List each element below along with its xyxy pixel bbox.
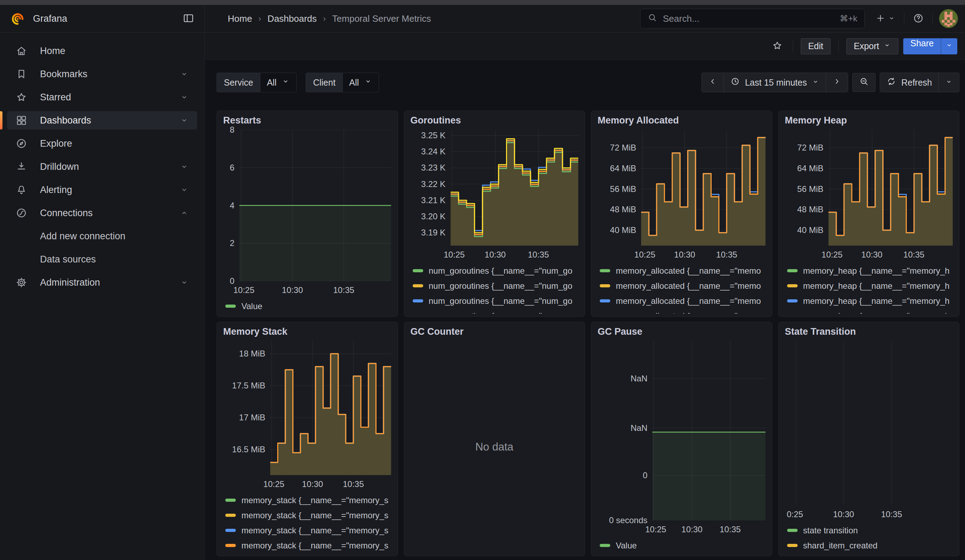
- chart-plot[interactable]: [641, 130, 766, 246]
- y-axis-tick: 3.25 K: [421, 131, 445, 140]
- chart-plot[interactable]: [653, 341, 766, 520]
- panel-legend: memory_allocated {__name__="memomemory_a…: [598, 261, 766, 314]
- panel-title[interactable]: Goroutines: [411, 115, 579, 130]
- legend-label: memory_allocated {__name__="memo: [616, 266, 761, 276]
- chart-plot[interactable]: [788, 341, 953, 505]
- legend-item[interactable]: memory_heap {__name__="memory_h: [787, 263, 953, 278]
- user-avatar[interactable]: [939, 9, 958, 28]
- panel-title[interactable]: Memory Stack: [223, 326, 391, 341]
- legend-item[interactable]: memory_allocated {__name__="memo: [600, 309, 766, 314]
- legend-item[interactable]: num_goroutines {__name__="num_go: [413, 293, 579, 309]
- filter-value-dropdown[interactable]: All: [342, 73, 379, 92]
- panel-title[interactable]: GC Counter: [411, 326, 579, 341]
- panel-title[interactable]: GC Pause: [598, 326, 766, 341]
- sidebar-toggle-button[interactable]: [183, 12, 195, 25]
- sidebar-item-starred[interactable]: Starred: [7, 88, 197, 106]
- chevron-down-icon: [180, 278, 189, 287]
- chevron-down-icon: [180, 70, 189, 78]
- x-axis-labels: 10:2510:3010:35: [641, 246, 766, 261]
- sidebar-item-label: Add new connection: [40, 231, 125, 242]
- legend-item[interactable]: num_goroutines {__name__="num_go: [413, 309, 579, 314]
- panel-title[interactable]: Restarts: [223, 115, 391, 130]
- panel-legend: Value: [223, 297, 391, 314]
- panel-chart: 3.25 K3.24 K3.23 K3.22 K3.21 K3.20 K3.19…: [411, 130, 579, 261]
- panel-chart: 0:2510:3010:35: [785, 341, 953, 521]
- search-input[interactable]: Search... ⌘+k: [640, 9, 865, 28]
- time-back-button[interactable]: [702, 73, 724, 92]
- panel-chart: 72 MiB64 MiB56 MiB48 MiB40 MiB10:2510:30…: [598, 130, 766, 261]
- time-forward-button[interactable]: [826, 73, 848, 92]
- legend-item[interactable]: state transition: [787, 523, 953, 538]
- x-axis-labels: 0:2510:3010:35: [788, 505, 953, 521]
- sidebar-item-administration[interactable]: Administration: [7, 273, 197, 292]
- panel-memory-allocated: Memory Allocated72 MiB64 MiB56 MiB48 MiB…: [591, 111, 772, 317]
- sidebar-item-add-new-connection[interactable]: Add new connection: [7, 227, 197, 245]
- legend-item[interactable]: Value: [600, 538, 766, 553]
- chart-plot[interactable]: [270, 341, 391, 475]
- sidebar-item-alerting[interactable]: Alerting: [7, 181, 197, 199]
- sidebar-item-label: Data sources: [40, 254, 96, 265]
- panel-title[interactable]: Memory Allocated: [598, 115, 766, 130]
- legend-label: memory_stack {__name__="memory_s: [241, 495, 388, 505]
- panel-gc-pause: GC PauseNaNNaN00 seconds10:2510:3010:35V…: [591, 322, 772, 556]
- panel-title[interactable]: State Transition: [785, 326, 953, 341]
- sidebar-item-connections[interactable]: Connections: [7, 204, 197, 222]
- y-axis-tick: 17 MiB: [239, 413, 265, 423]
- refresh-label: Refresh: [901, 78, 932, 88]
- legend-label: num_goroutines {__name__="num_go: [429, 266, 573, 276]
- legend-swatch: [787, 284, 798, 287]
- sidebar-item-bookmarks[interactable]: Bookmarks: [7, 65, 197, 83]
- legend-item[interactable]: memory_heap {__name__="memory_h: [787, 309, 953, 314]
- legend-label: memory_allocated {__name__="memo: [616, 281, 761, 291]
- legend-item[interactable]: Value: [225, 299, 391, 314]
- legend-item[interactable]: memory_stack {__name__="memory_s: [225, 523, 391, 538]
- edit-button[interactable]: Edit: [801, 38, 831, 54]
- sidebar-item-dashboards[interactable]: Dashboards: [7, 111, 197, 129]
- chart-plot[interactable]: [829, 130, 953, 246]
- x-axis-tick: 10:25: [635, 250, 656, 260]
- star-button[interactable]: [770, 38, 785, 54]
- chart-plot[interactable]: [239, 130, 391, 281]
- legend-item[interactable]: memory_allocated {__name__="memo: [600, 263, 766, 278]
- help-button[interactable]: [911, 11, 926, 27]
- legend-swatch: [413, 299, 423, 302]
- sidebar-nav: HomeBookmarksStarredDashboardsExploreDri…: [0, 33, 204, 297]
- chevron-left-icon: [708, 77, 717, 88]
- add-button[interactable]: [873, 11, 898, 27]
- legend-item[interactable]: memory_stack {__name__="memory_s: [225, 508, 391, 523]
- x-axis-tick: 10:35: [343, 479, 364, 489]
- breadcrumb: Home › Dashboards › Temporal Server Metr…: [228, 13, 431, 24]
- legend-item[interactable]: memory_stack {__name__="memory_s: [225, 493, 391, 508]
- sidebar-item-data-sources[interactable]: Data sources: [7, 250, 197, 268]
- time-range-picker[interactable]: Last 15 minutes: [724, 73, 826, 92]
- share-dropdown-button[interactable]: [941, 38, 957, 54]
- legend-swatch: [413, 284, 423, 287]
- breadcrumb-home[interactable]: Home: [228, 13, 252, 24]
- breadcrumb-dashboards[interactable]: Dashboards: [267, 13, 317, 24]
- sidebar-item-drilldown[interactable]: Drilldown: [7, 158, 197, 176]
- y-axis-tick: 72 MiB: [797, 143, 824, 153]
- filter-value-dropdown[interactable]: All: [260, 73, 296, 92]
- chart-plot[interactable]: [451, 130, 579, 246]
- x-axis-tick: 10:35: [881, 509, 902, 519]
- legend-item[interactable]: shard_item_created: [787, 538, 953, 553]
- legend-item[interactable]: memory_heap {__name__="memory_h: [787, 293, 953, 309]
- panel-title[interactable]: Memory Heap: [785, 115, 953, 130]
- export-button[interactable]: Export: [846, 38, 898, 54]
- sidebar-item-home[interactable]: Home: [7, 42, 197, 60]
- star-icon: [15, 91, 27, 103]
- legend-swatch: [600, 299, 610, 302]
- legend-item[interactable]: num_goroutines {__name__="num_go: [413, 278, 579, 293]
- legend-item[interactable]: num_goroutines {__name__="num_go: [413, 263, 579, 278]
- legend-item[interactable]: memory_allocated {__name__="memo: [600, 278, 766, 293]
- refresh-interval-button[interactable]: [938, 73, 959, 92]
- share-button[interactable]: Share: [903, 38, 941, 54]
- legend-item[interactable]: memory_heap {__name__="memory_h: [787, 278, 953, 293]
- zoom-out-button[interactable]: [852, 73, 875, 92]
- legend-item[interactable]: memory_allocated {__name__="memo: [600, 293, 766, 309]
- sidebar-item-explore[interactable]: Explore: [7, 134, 197, 153]
- chevron-down-icon: [945, 78, 953, 88]
- y-axis-tick: 8: [230, 125, 234, 135]
- refresh-button[interactable]: Refresh: [880, 73, 938, 92]
- legend-item[interactable]: memory_stack {__name__="memory_s: [225, 538, 391, 553]
